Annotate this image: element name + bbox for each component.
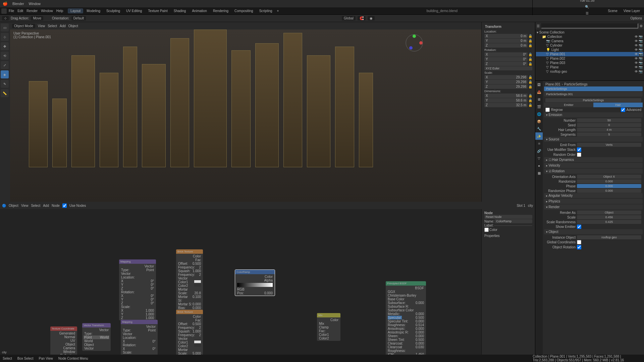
- workspace-tab-sculpting[interactable]: Sculpting: [104, 8, 123, 13]
- outliner-row-collection[interactable]: 📁Collection👁📷: [536, 35, 643, 39]
- source-header[interactable]: ▾ Source: [544, 137, 643, 142]
- select-tool[interactable]: ▭: [1, 23, 9, 32]
- eye-icon[interactable]: 👁: [635, 48, 638, 52]
- rot-y-field[interactable]: Y0°: [484, 57, 528, 61]
- node-label-field[interactable]: [494, 225, 532, 226]
- workspace-tab-shading[interactable]: Shading: [171, 8, 189, 13]
- renderas-dropdown[interactable]: Object: [577, 210, 641, 215]
- outliner-row-plane-001[interactable]: ▽Plane.001👁📷: [536, 52, 643, 56]
- prop-tab-particles[interactable]: ✨: [535, 132, 543, 140]
- rot-z-field[interactable]: Z0°: [484, 62, 528, 66]
- snap-icon[interactable]: 🧲: [358, 16, 366, 20]
- objrot-checkbox[interactable]: [577, 245, 581, 249]
- measure-tool[interactable]: 📏: [1, 89, 9, 97]
- edit-menu[interactable]: Edit: [17, 9, 23, 13]
- emission-header[interactable]: ▾ Emission: [544, 112, 643, 117]
- showemit-checkbox[interactable]: [577, 225, 581, 229]
- dim-x-field[interactable]: X58.6 m: [484, 94, 528, 98]
- scale-field[interactable]: 0.456: [577, 215, 641, 219]
- eye-icon[interactable]: 👁: [635, 61, 638, 65]
- angvel-header[interactable]: ▸ Angular Velocity: [544, 193, 643, 198]
- rotation-header[interactable]: ▾ ☑ Rotation: [544, 169, 643, 174]
- number-field[interactable]: 50: [577, 118, 641, 122]
- node-name-field[interactable]: ColorRamp: [495, 219, 532, 223]
- add-workspace-icon[interactable]: +: [277, 9, 279, 13]
- prop-tab-material[interactable]: ●: [535, 162, 543, 169]
- scl-x-field[interactable]: X29.298: [484, 75, 528, 79]
- render-icon[interactable]: 📷: [639, 44, 643, 47]
- render-header[interactable]: ▾ Render: [544, 204, 643, 209]
- segments-field[interactable]: 5: [577, 132, 641, 136]
- node-brick-texture-2[interactable]: Brick Texture Color Fac Offset:0.500 Fre…: [176, 310, 203, 355]
- apple-icon[interactable]: 🍎: [3, 1, 8, 6]
- annotate-tool[interactable]: ✎: [1, 80, 9, 88]
- emitfrom-dropdown[interactable]: Verts: [577, 143, 641, 147]
- outliner-row-plane[interactable]: ▽Plane👁📷: [536, 65, 643, 69]
- node-view-menu[interactable]: View: [21, 204, 29, 207]
- drag-action-dropdown[interactable]: Move: [31, 16, 43, 20]
- node-color-checkbox[interactable]: [484, 228, 489, 232]
- mode-dropdown[interactable]: Object Mode: [12, 24, 35, 28]
- render-icon[interactable]: 📷: [639, 61, 643, 65]
- outliner-row-cylinder[interactable]: ▽Cylinder👁📷: [536, 43, 643, 48]
- node-node-menu[interactable]: Node: [52, 204, 60, 207]
- eye-icon[interactable]: 👁: [635, 35, 638, 39]
- node-select-menu[interactable]: Select: [31, 204, 40, 207]
- loc-z-field[interactable]: Z0 m: [484, 43, 528, 48]
- nav-gizmo[interactable]: [404, 33, 424, 53]
- cursor-tool[interactable]: ⊹: [2, 16, 9, 20]
- node-mapping-2[interactable]: Mapping Vector Type:Point Vector Locatio…: [121, 320, 158, 355]
- mac-window-menu[interactable]: Window: [29, 2, 41, 6]
- global-dropdown[interactable]: Global: [342, 16, 356, 20]
- help-menu[interactable]: Help: [56, 9, 63, 13]
- eye-icon[interactable]: 👁: [635, 70, 638, 73]
- hair-tab[interactable]: Hair: [593, 103, 643, 107]
- regrow-checkbox[interactable]: [545, 108, 550, 112]
- render-icon[interactable]: 📷: [639, 39, 643, 43]
- prop-tab-scene[interactable]: 🎬: [535, 103, 543, 110]
- scale-tool[interactable]: ⤢: [1, 61, 9, 69]
- hairdyn-header[interactable]: ▸ ☐ Hair Dynamics: [544, 157, 643, 162]
- workspace-tab-rendering[interactable]: Rendering: [210, 8, 231, 13]
- render-menu[interactable]: Render: [26, 9, 38, 13]
- prop-tab-output[interactable]: 📤: [535, 88, 543, 96]
- search-icon[interactable]: 🔍: [585, 5, 589, 9]
- loc-y-field[interactable]: Y0 m: [484, 39, 528, 43]
- prop-tab-constraints[interactable]: 🔗: [535, 147, 543, 155]
- breadcrumb-ps[interactable]: ParticleSettings: [564, 82, 587, 86]
- node-add-menu[interactable]: Add: [43, 204, 49, 207]
- vp-view-menu[interactable]: View: [38, 24, 45, 28]
- outliner-row-plane-003[interactable]: ▽Plane.003👁📷: [536, 61, 643, 65]
- hairlen-field[interactable]: 4 m: [577, 128, 641, 132]
- workspace-tab-modeling[interactable]: Modeling: [84, 8, 103, 13]
- node-editor-type[interactable]: 🔵: [2, 204, 6, 207]
- move-tool[interactable]: ✥: [1, 42, 9, 50]
- rotate-tool[interactable]: ⟲: [1, 52, 9, 60]
- ps-name-field[interactable]: ParticleSettings: [545, 98, 641, 102]
- eye-icon[interactable]: 👁: [635, 39, 638, 43]
- rot-x-field[interactable]: X0°: [484, 52, 528, 57]
- node-colorramp[interactable]: ColorRamp Color Alpha RGB Pos:0.000: [235, 269, 275, 296]
- node-vector-transform[interactable]: Vector Transform Vector Type: PointWorld…: [82, 323, 111, 351]
- physics-header[interactable]: ▸ Physics: [544, 199, 643, 204]
- reset-node-button[interactable]: Reset Node: [484, 215, 532, 219]
- cursor-tool[interactable]: ⊹: [1, 33, 9, 41]
- node-editor[interactable]: 🔵 Object View Select Add Node Use Nodes …: [0, 202, 535, 355]
- scene-dropdown[interactable]: Scene: [605, 8, 620, 13]
- prop-tab-object[interactable]: 📦: [535, 118, 543, 125]
- eye-icon[interactable]: 👁: [635, 57, 638, 60]
- outliner-row-plane-002[interactable]: ▽Plane.002👁📷: [536, 56, 643, 61]
- ps-slot-1[interactable]: ParticleSettings: [544, 86, 643, 91]
- prop-tab-viewlayer[interactable]: 🖥: [535, 96, 543, 103]
- prop-tab-data[interactable]: ▽: [535, 155, 543, 162]
- prop-tab-world[interactable]: 🌐: [535, 110, 543, 118]
- eye-icon[interactable]: 👁: [635, 65, 638, 69]
- globcoord-checkbox[interactable]: [577, 240, 581, 244]
- object-header[interactable]: ▾ Object: [544, 229, 643, 234]
- node-principled-bsdf[interactable]: Principled BSDF BSDF GGX Christensen-Bur…: [386, 281, 426, 355]
- outliner-type-icon[interactable]: ☰: [537, 24, 540, 28]
- material-name[interactable]: city: [528, 204, 533, 207]
- breadcrumb-obj[interactable]: Plane.001: [545, 82, 560, 86]
- node-object-dropdown[interactable]: Object: [9, 204, 18, 207]
- outliner-search[interactable]: [541, 23, 638, 28]
